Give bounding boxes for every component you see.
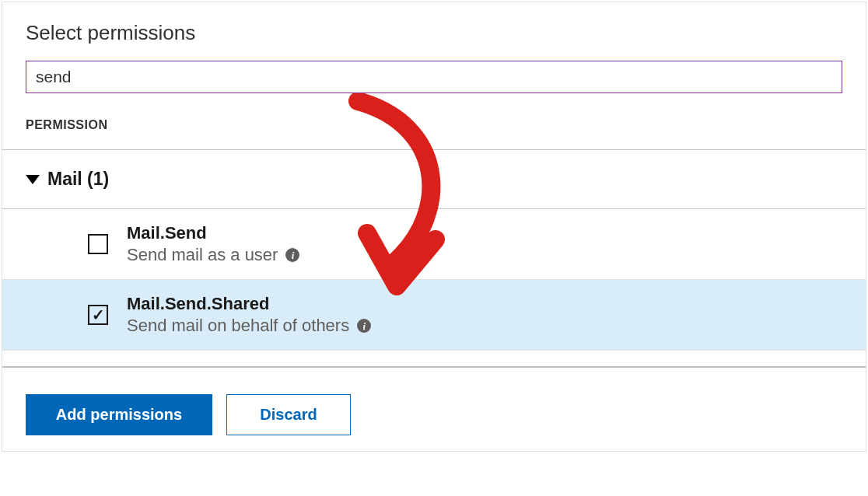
add-permissions-button[interactable]: Add permissions [26, 394, 212, 435]
footer: Add permissions Discard [2, 366, 866, 451]
group-row-mail[interactable]: Mail (1) [2, 150, 866, 209]
search-box[interactable] [26, 61, 842, 93]
permission-description: Send mail on behalf of others i [127, 316, 371, 336]
permission-name: Mail.Send.Shared [127, 294, 371, 314]
permission-description: Send mail as a user i [127, 245, 299, 265]
permission-texts: Mail.Send.Shared Send mail on behalf of … [127, 294, 371, 336]
info-icon[interactable]: i [285, 248, 299, 262]
permission-texts: Mail.Send Send mail as a user i [127, 223, 299, 265]
discard-button[interactable]: Discard [226, 394, 351, 435]
info-icon[interactable]: i [357, 319, 371, 333]
caret-down-icon [26, 175, 40, 184]
checkbox-mail-send-shared[interactable] [88, 305, 108, 325]
permission-name: Mail.Send [127, 223, 299, 243]
panel-title: Select permissions [2, 2, 866, 59]
permissions-panel: Select permissions PERMISSION Mail (1) M… [2, 2, 866, 452]
search-input[interactable] [36, 68, 832, 86]
permission-row-mail-send[interactable]: Mail.Send Send mail as a user i [2, 209, 866, 280]
group-label: Mail (1) [47, 169, 109, 190]
checkbox-mail-send[interactable] [88, 234, 108, 254]
column-header-permission: PERMISSION [2, 93, 866, 150]
permission-row-mail-send-shared[interactable]: Mail.Send.Shared Send mail on behalf of … [2, 280, 866, 351]
